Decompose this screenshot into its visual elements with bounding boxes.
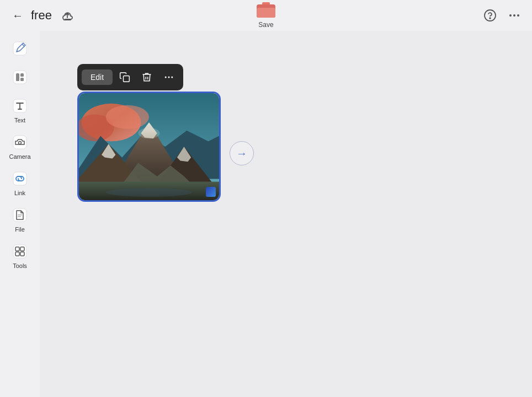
svg-point-28 bbox=[165, 77, 167, 78]
delete-icon bbox=[141, 72, 152, 83]
svg-point-44 bbox=[106, 188, 192, 197]
link-icon bbox=[10, 169, 30, 189]
canvas-area: Edit bbox=[40, 31, 532, 397]
svg-rect-20 bbox=[13, 245, 26, 258]
save-label: Save bbox=[258, 21, 273, 29]
page-title: free bbox=[31, 8, 52, 23]
sidebar-item-layout[interactable] bbox=[3, 64, 36, 90]
text-icon bbox=[10, 96, 30, 116]
write-icon bbox=[10, 39, 30, 58]
upload-button[interactable] bbox=[58, 7, 76, 24]
sidebar-item-text-label: Text bbox=[14, 117, 25, 124]
save-button[interactable]: Save bbox=[256, 2, 276, 29]
image-card-inner bbox=[79, 93, 219, 200]
sidebar-item-link[interactable]: Link bbox=[3, 165, 36, 200]
svg-rect-25 bbox=[124, 76, 130, 82]
svg-rect-12 bbox=[20, 78, 24, 81]
ellipsis-icon bbox=[508, 9, 521, 22]
back-button[interactable]: ← bbox=[9, 7, 26, 24]
tools-icon bbox=[10, 242, 30, 261]
corner-indicator bbox=[206, 187, 216, 197]
more-button[interactable] bbox=[159, 67, 179, 87]
sidebar-item-tools[interactable]: Tools bbox=[3, 238, 36, 272]
sidebar-item-link-label: Link bbox=[14, 190, 25, 196]
top-bar-center: Save bbox=[256, 2, 276, 29]
sidebar-item-text[interactable]: Text bbox=[3, 93, 36, 127]
file-icon bbox=[10, 205, 30, 225]
sidebar-item-tools-label: Tools bbox=[13, 262, 27, 269]
image-card[interactable] bbox=[77, 92, 221, 202]
sidebar-item-write[interactable] bbox=[3, 35, 36, 62]
help-icon bbox=[483, 9, 497, 22]
svg-point-4 bbox=[490, 18, 491, 19]
mountain-image bbox=[79, 93, 219, 200]
svg-rect-10 bbox=[16, 73, 19, 81]
svg-rect-11 bbox=[20, 73, 24, 77]
edit-toolbar: Edit bbox=[77, 64, 183, 90]
svg-point-45 bbox=[138, 128, 159, 139]
svg-point-3 bbox=[485, 10, 496, 21]
camera-icon bbox=[10, 132, 30, 152]
copy-icon bbox=[119, 72, 130, 83]
svg-rect-19 bbox=[18, 216, 21, 217]
upload-icon bbox=[61, 9, 74, 22]
edit-button[interactable]: Edit bbox=[82, 69, 113, 85]
svg-point-5 bbox=[509, 14, 512, 17]
layout-icon bbox=[10, 67, 30, 87]
toolbar-more-icon bbox=[163, 72, 174, 83]
top-bar-right bbox=[481, 7, 523, 24]
top-bar: ← free Save bbox=[0, 0, 532, 31]
svg-point-29 bbox=[168, 77, 170, 78]
svg-rect-16 bbox=[13, 172, 26, 185]
copy-button[interactable] bbox=[115, 67, 135, 87]
back-arrow-icon: ← bbox=[12, 9, 23, 22]
svg-point-30 bbox=[171, 77, 173, 78]
top-bar-left: ← free bbox=[9, 7, 76, 24]
help-button[interactable] bbox=[481, 7, 499, 24]
next-arrow-button[interactable]: → bbox=[230, 141, 254, 165]
sidebar-item-file-label: File bbox=[15, 226, 25, 233]
svg-rect-2 bbox=[257, 8, 275, 18]
svg-point-7 bbox=[517, 14, 519, 17]
sidebar-item-camera[interactable]: Camera bbox=[3, 129, 36, 163]
svg-rect-18 bbox=[18, 214, 22, 216]
delete-button[interactable] bbox=[137, 67, 157, 87]
svg-rect-9 bbox=[13, 71, 26, 84]
next-arrow-icon: → bbox=[236, 148, 247, 159]
sidebar-item-camera-label: Camera bbox=[9, 153, 30, 160]
svg-point-6 bbox=[513, 14, 515, 17]
sidebar-item-file[interactable]: File bbox=[3, 202, 36, 236]
svg-point-34 bbox=[106, 105, 149, 129]
more-options-button[interactable] bbox=[506, 7, 523, 24]
save-folder-icon bbox=[256, 2, 276, 20]
sidebar: Text Camera Link bbox=[0, 31, 40, 397]
